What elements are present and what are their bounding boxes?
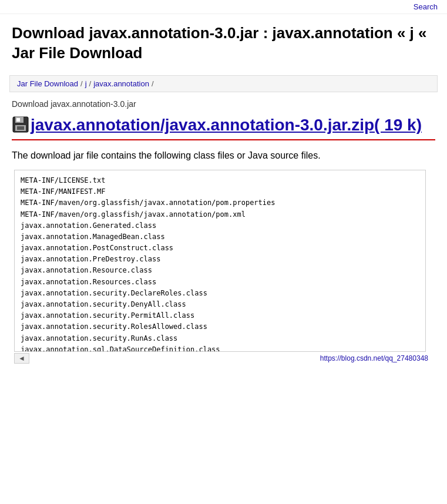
breadcrumb-separator-1: / — [80, 79, 83, 88]
list-item: javax.annotation.PostConstruct.class — [21, 243, 419, 254]
download-link[interactable]: javax.annotation/javax.annotation-3.0.ja… — [12, 115, 435, 140]
list-item: javax.annotation.security.DenyAll.class — [21, 299, 419, 310]
list-item: javax.annotation.PreDestroy.class — [21, 254, 419, 265]
list-item: javax.annotation.security.RunAs.class — [21, 333, 419, 344]
floppy-disk-icon — [12, 116, 29, 133]
breadcrumb-separator-3: / — [152, 79, 154, 88]
list-item: javax.annotation.Resource.class — [21, 265, 419, 276]
list-item: META-INF/maven/org.glassfish/javax.annot… — [21, 209, 419, 220]
file-list: META-INF/LICENSE.txtMETA-INF/MANIFEST.MF… — [15, 170, 425, 352]
list-item: META-INF/maven/org.glassfish/javax.annot… — [21, 197, 419, 209]
list-item: META-INF/LICENSE.txt — [21, 175, 419, 186]
page-title-section: Download javax.annotation-3.0.jar : java… — [0, 14, 447, 75]
svg-rect-4 — [17, 126, 24, 130]
list-item: javax.annotation.security.DeclareRoles.c… — [21, 288, 419, 299]
breadcrumb: Jar File Download / j / javax.annotation… — [9, 75, 438, 92]
breadcrumb-item-javax-annotation[interactable]: javax.annotation — [93, 79, 149, 88]
list-item: javax.annotation.security.PermitAll.clas… — [21, 310, 419, 321]
download-label: Download javax.annotation-3.0.jar — [12, 99, 435, 109]
list-item: javax.annotation.Generated.class — [21, 220, 419, 231]
list-item: javax.annotation.sql.DataSourceDefinitio… — [21, 344, 419, 352]
file-list-container[interactable]: META-INF/LICENSE.txtMETA-INF/MANIFEST.MF… — [14, 170, 426, 352]
page-title: Download javax.annotation-3.0.jar : java… — [12, 23, 435, 63]
top-bar: Search — [0, 0, 447, 14]
content-section: Download javax.annotation-3.0.jar javax.… — [0, 92, 447, 371]
breadcrumb-item-j[interactable]: j — [85, 79, 87, 88]
breadcrumb-item-jar-file-download[interactable]: Jar File Download — [17, 79, 78, 88]
description-text: The download jar file contains the follo… — [12, 149, 435, 163]
list-item: javax.annotation.security.RolesAllowed.c… — [21, 321, 419, 332]
bottom-link-bar: ◄ https://blog.csdn.net/qq_27480348 — [12, 353, 435, 364]
breadcrumb-separator-2: / — [89, 79, 92, 88]
list-item: META-INF/MANIFEST.MF — [21, 186, 419, 197]
scroll-left-button[interactable]: ◄ — [14, 353, 29, 364]
list-item: javax.annotation.Resources.class — [21, 277, 419, 288]
status-bar-link[interactable]: https://blog.csdn.net/qq_27480348 — [315, 353, 433, 364]
search-link[interactable]: Search — [414, 2, 438, 11]
download-link-text: javax.annotation/javax.annotation-3.0.ja… — [31, 116, 422, 134]
svg-rect-2 — [16, 118, 20, 122]
list-item: javax.annotation.ManagedBean.class — [21, 231, 419, 243]
